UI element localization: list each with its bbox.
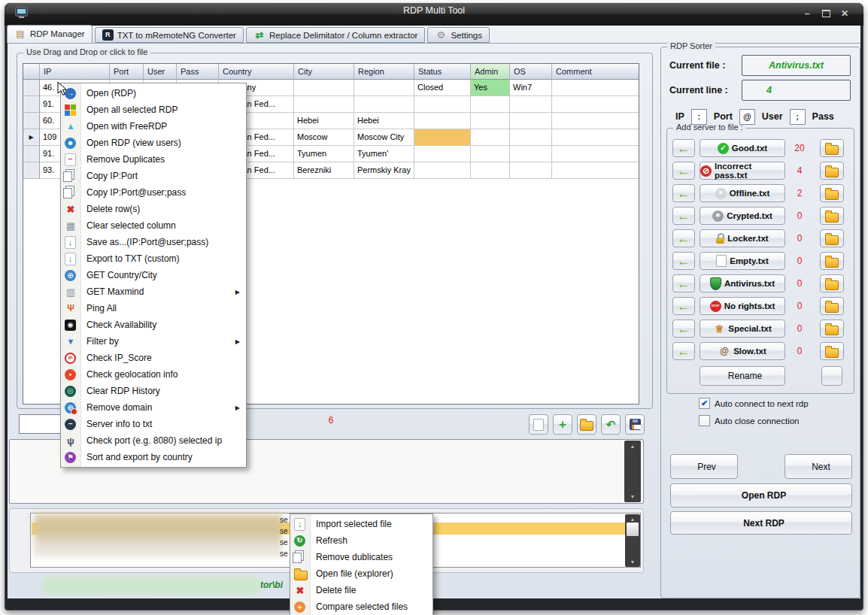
grid-column-header-admin[interactable]: Admin <box>471 64 510 80</box>
menu-item-remove-dublicates[interactable]: Remove dublicates <box>290 549 432 565</box>
menu-item-open-all-selected-rdp[interactable]: Open all selected RDP <box>61 101 246 118</box>
grid-cell-region[interactable]: Moscow City <box>354 129 414 146</box>
menu-item-ping-all[interactable]: ΨPing All <box>61 300 246 317</box>
tab-rdp-manager[interactable]: ▤RDP Manager <box>7 25 93 43</box>
next-button[interactable]: Next <box>785 454 852 479</box>
grid-cell-status[interactable] <box>414 96 471 113</box>
grid-cell-admin[interactable]: Yes <box>471 80 510 96</box>
add-to-antivirus-txt-button[interactable]: ← <box>672 274 695 292</box>
grid-column-header-status[interactable]: Status <box>414 64 471 80</box>
grid-column-header-country[interactable]: Country <box>219 64 294 80</box>
grid-cell-comment[interactable] <box>552 113 639 129</box>
grid-cell-admin[interactable] <box>471 113 510 129</box>
menu-item-refresh[interactable]: ↻Refresh <box>290 532 432 549</box>
file-button-crypted-txt[interactable]: ✳Crypted.txt <box>700 207 785 225</box>
menu-item-save-as-ip-port-user-pass[interactable]: ↓Save as...(IP:Port@user;pass) <box>61 234 246 250</box>
grid-column-header-comment[interactable]: Comment <box>552 64 639 80</box>
menu-item-open-rdp-view-users[interactable]: ☻Open RDP (view users) <box>61 135 246 151</box>
open-rdp-button[interactable]: Open RDP <box>670 483 852 507</box>
menu-item-check-availability[interactable]: ◉Check Availability <box>61 317 246 333</box>
menu-item-open-rdp[interactable]: →Open (RDP) <box>61 85 246 101</box>
grid-column-header-ip[interactable]: IP <box>40 64 110 80</box>
file-list-scrollbar[interactable]: ▲ ▼ <box>625 514 640 567</box>
grid-cell-comment[interactable] <box>552 80 639 96</box>
toolbar-button-undo[interactable]: ↶ <box>601 414 621 435</box>
toolbar-button-add[interactable]: + <box>553 414 572 435</box>
scroll-up-icon[interactable]: ▲ <box>625 517 640 522</box>
toolbar-button-save[interactable] <box>625 414 645 435</box>
grid-cell-region[interactable] <box>354 80 414 96</box>
row-header-cell[interactable]: ▶ <box>23 129 40 146</box>
grid-cell-city[interactable]: Hebei <box>294 113 354 129</box>
grid-cell-comment[interactable] <box>552 146 639 162</box>
grid-cell-os[interactable] <box>510 96 552 113</box>
format-sep1-box[interactable]: : <box>691 109 707 125</box>
add-to-empty-txt-button[interactable]: ← <box>672 252 695 270</box>
scroll-down-icon[interactable]: ▼ <box>624 494 641 499</box>
file-button-empty-txt[interactable]: Empty.txt <box>700 252 785 270</box>
scroll-down-icon[interactable]: ▼ <box>625 559 640 565</box>
grid-cell-region[interactable]: Tyumen' <box>354 146 414 162</box>
checkbox-box[interactable]: ✔ <box>699 398 710 409</box>
grid-cell-status[interactable] <box>414 129 471 146</box>
grid-cell-city[interactable] <box>294 80 354 96</box>
row-header-cell[interactable] <box>23 113 40 129</box>
add-to-offline-txt-button[interactable]: ← <box>672 184 695 202</box>
prev-button[interactable]: Prev <box>670 454 738 479</box>
tab-settings[interactable]: ⚙Settings <box>427 27 490 43</box>
row-header-cell[interactable] <box>23 146 40 162</box>
grid-cell-os[interactable] <box>510 129 552 146</box>
grid-cell-comment[interactable] <box>552 96 639 113</box>
grid-column-header-user[interactable]: User <box>144 64 177 80</box>
open-folder-incorrect-pass-txt-button[interactable] <box>820 162 844 180</box>
grid-column-header-pass[interactable]: Pass <box>177 64 219 80</box>
add-to-incorrect-pass-txt-button[interactable]: ← <box>672 162 695 180</box>
open-folder-good-txt-button[interactable] <box>820 139 844 157</box>
grid-cell-admin[interactable] <box>471 96 510 113</box>
maximize-button[interactable] <box>819 8 833 20</box>
menu-item-clear-rdp-history[interactable]: ◎Clear RDP History <box>61 383 246 399</box>
open-folder-antivirus-txt-button[interactable] <box>820 274 844 292</box>
add-to-special-txt-button[interactable]: ← <box>672 320 695 338</box>
menu-item-import-selected-file[interactable]: ↓Import selected file <box>290 516 432 532</box>
grid-column-header-os[interactable]: OS <box>510 64 552 80</box>
grid-cell-city[interactable]: Moscow <box>294 129 354 146</box>
menu-item-check-ip-score[interactable]: IPCheck IP_Score <box>61 350 246 366</box>
file-button-special-txt[interactable]: ♕Special.txt <box>700 320 785 338</box>
menu-item-remove-duplicates[interactable]: −Remove Duplicates <box>61 151 246 168</box>
checkbox-auto-connect-to-next-rdp[interactable]: ✔Auto connect to next rdp <box>699 398 809 409</box>
add-to-crypted-txt-button[interactable]: ← <box>672 207 695 225</box>
grid-cell-os[interactable]: Win7 <box>510 80 552 96</box>
open-folder-empty-txt-button[interactable] <box>820 252 844 270</box>
reload-files-button[interactable] <box>821 366 842 386</box>
menu-item-get-country-city[interactable]: ⊕GET Country/City <box>61 267 246 283</box>
minimize-button[interactable]: – <box>800 8 814 20</box>
menu-item-check-geolocation-info[interactable]: ●Check geolocation info <box>61 366 246 383</box>
grid-cell-comment[interactable] <box>552 129 639 146</box>
file-button-locker-txt[interactable]: Locker.txt <box>700 229 785 247</box>
open-folder-special-txt-button[interactable] <box>820 320 844 338</box>
file-button-no-rights-txt[interactable]: STOPNo rights.txt <box>700 297 785 315</box>
menu-item-server-info-to-txt[interactable]: –Server info to txt <box>61 416 246 432</box>
menu-item-open-file-explorer[interactable]: Open file (explorer) <box>290 565 432 582</box>
grid-cell-region[interactable] <box>354 96 414 113</box>
menu-item-compare-selected-files[interactable]: ÷Compare selected files <box>290 598 432 615</box>
grid-cell-city[interactable]: Berezniki <box>294 162 354 179</box>
grid-cell-status[interactable] <box>414 162 471 179</box>
grid-cell-status[interactable]: Closed <box>414 80 471 96</box>
rename-button[interactable]: Rename <box>700 366 785 386</box>
output-scrollbar[interactable]: ▲ ▼ <box>624 441 641 502</box>
open-folder-offline-txt-button[interactable] <box>820 184 844 202</box>
grid-cell-city[interactable]: Tyumen <box>294 146 354 162</box>
checkbox-box[interactable] <box>699 415 710 426</box>
menu-item-sort-and-export-by-country[interactable]: ⚑Sort and export by country <box>61 449 246 465</box>
row-header-cell[interactable] <box>23 162 40 179</box>
toolbar-button-open-folder[interactable] <box>577 414 596 435</box>
menu-item-export-to-txt-custom[interactable]: ↓Export to TXT (custom) <box>61 250 246 267</box>
menu-item-delete-file[interactable]: ✖Delete file <box>290 582 432 598</box>
menu-item-check-port-e-g-8080-selected-ip[interactable]: ψCheck port (e.g. 8080) selected ip <box>61 432 246 449</box>
file-button-good-txt[interactable]: ✓Good.txt <box>700 139 785 157</box>
menu-item-delete-row-s[interactable]: ✖Delete row(s) <box>61 201 246 217</box>
grid-cell-status[interactable] <box>414 113 471 129</box>
next-rdp-button[interactable]: Next RDP <box>670 511 852 535</box>
